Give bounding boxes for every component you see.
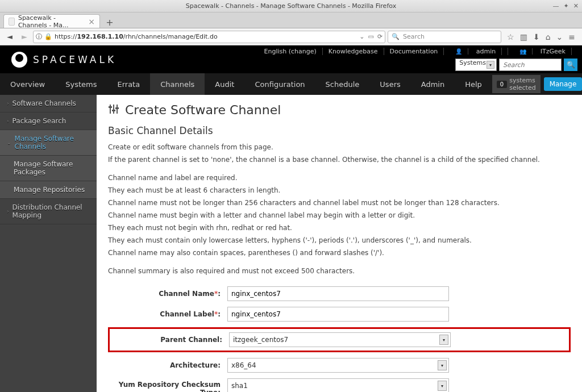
search-icon: 🔍 bbox=[567, 61, 575, 69]
nav-back-button[interactable]: ◄ bbox=[3, 31, 16, 43]
dropdown-history-icon[interactable]: ⌄ bbox=[359, 33, 364, 40]
tab-favicon-icon bbox=[9, 18, 15, 26]
chevron-down-icon: ▾ bbox=[439, 335, 448, 345]
header-search-input[interactable] bbox=[499, 59, 562, 71]
svg-rect-0 bbox=[110, 105, 111, 114]
channel-name-input[interactable] bbox=[227, 286, 449, 301]
header-top-links: English (change) Knowledgebase Documenta… bbox=[259, 48, 577, 55]
app-logo[interactable]: SPACEWALK bbox=[0, 52, 117, 68]
reload-icon[interactable]: ⟳ bbox=[377, 33, 383, 40]
org-icon: 👥 bbox=[514, 48, 533, 55]
app-header: SPACEWALK English (change) Knowledgebase… bbox=[0, 45, 582, 73]
checksum-value: sha1 bbox=[231, 382, 248, 390]
tab-close-icon[interactable]: × bbox=[88, 18, 95, 26]
logo-text: SPACEWALK bbox=[33, 54, 117, 65]
main-nav: Overview Systems Errata Channels Audit C… bbox=[0, 73, 582, 95]
nav-forward-button: ► bbox=[18, 31, 31, 43]
pocket-icon[interactable]: ⌄ bbox=[556, 32, 563, 41]
sidebar-item-manage-repositories[interactable]: Manage Repositories bbox=[0, 181, 97, 199]
parent-channel-value: itzgeek_centos7 bbox=[233, 336, 288, 344]
home-icon[interactable]: ⌂ bbox=[546, 32, 551, 41]
row-parent-channel: Parent Channel: itzgeek_centos7 ▾ bbox=[108, 327, 571, 352]
sidebar-item-manage-software-packages[interactable]: Manage Software Packages bbox=[0, 156, 97, 181]
new-tab-button[interactable]: + bbox=[103, 16, 116, 28]
systems-selected-count: 0 bbox=[497, 81, 507, 88]
os-window-title: Spacewalk - Channels - Manage Software C… bbox=[186, 2, 396, 10]
row-checksum: Yum Repository Checksum Type: sha1 ▾ Tip… bbox=[108, 378, 571, 392]
chevron-right-icon: › bbox=[7, 118, 9, 124]
chevron-down-icon: ▾ bbox=[438, 381, 447, 391]
svg-rect-5 bbox=[115, 107, 119, 109]
browser-tabbar: Spacewalk - Channels - Ma... × + bbox=[0, 12, 582, 28]
checksum-select[interactable]: sha1 ▾ bbox=[227, 378, 449, 392]
search-scope-value: Systems bbox=[459, 59, 486, 66]
downloads-icon[interactable]: ⬇ bbox=[533, 32, 540, 41]
browser-tab[interactable]: Spacewalk - Channels - Ma... × bbox=[3, 14, 100, 28]
knowledgebase-link[interactable]: Knowledgebase bbox=[323, 48, 384, 55]
bookmark-star-icon[interactable]: ☆ bbox=[507, 32, 514, 41]
nav-channels[interactable]: Channels bbox=[150, 73, 205, 95]
url-bar[interactable]: ⓘ 🔒 https://192.168.1.10/rhn/channels/ma… bbox=[33, 31, 385, 43]
header-search-button[interactable]: 🔍 bbox=[564, 59, 577, 71]
search-icon: 🔍 bbox=[392, 33, 400, 40]
channel-label-input[interactable] bbox=[227, 307, 449, 322]
lock-icon: 🔒 bbox=[44, 33, 52, 40]
os-close-icon[interactable]: ✕ bbox=[573, 2, 579, 10]
bookmarks-menu-icon[interactable]: ▥ bbox=[520, 32, 527, 41]
hamburger-menu-icon[interactable]: ≡ bbox=[568, 32, 575, 41]
identity-icon[interactable]: ⓘ bbox=[36, 32, 42, 41]
chevron-right-icon: › bbox=[7, 208, 9, 214]
nav-schedule[interactable]: Schedule bbox=[315, 73, 370, 95]
architecture-select[interactable]: x86_64 ▾ bbox=[227, 358, 449, 373]
header-search-row: Systems ▾ 🔍 bbox=[455, 59, 577, 71]
chevron-down-icon: ▾ bbox=[438, 360, 447, 370]
documentation-link[interactable]: Documentation bbox=[384, 48, 444, 55]
row-channel-label: Channel Label*: bbox=[108, 307, 571, 322]
row-channel-name: Channel Name*: bbox=[108, 286, 571, 301]
user-link[interactable]: 👤 admin bbox=[444, 48, 508, 55]
section-heading: Basic Channel Details bbox=[108, 125, 571, 136]
os-maximize-icon[interactable]: ✦ bbox=[564, 2, 569, 10]
systems-selected-label: systems selected bbox=[509, 77, 535, 91]
nav-help[interactable]: Help bbox=[455, 73, 492, 95]
main-content: Create Software Channel Basic Channel De… bbox=[97, 95, 582, 392]
os-minimize-icon[interactable]: — bbox=[553, 2, 559, 10]
lang-link[interactable]: English (change) bbox=[259, 48, 323, 55]
page-root: SPACEWALK English (change) Knowledgebase… bbox=[0, 45, 582, 392]
browser-search-input[interactable]: 🔍 Search bbox=[388, 31, 501, 43]
nav-admin[interactable]: Admin bbox=[411, 73, 455, 95]
sidebar-item-package-search[interactable]: ›Package Search bbox=[0, 112, 97, 130]
nav-users[interactable]: Users bbox=[369, 73, 410, 95]
chevron-down-icon: ⌄ bbox=[7, 140, 11, 145]
nav-configuration[interactable]: Configuration bbox=[244, 73, 315, 95]
nav-overview[interactable]: Overview bbox=[0, 73, 55, 95]
url-text: https://192.168.1.10/rhn/channels/manage… bbox=[55, 33, 357, 40]
astronaut-icon bbox=[11, 52, 27, 68]
nav-errata[interactable]: Errata bbox=[107, 73, 150, 95]
search-placeholder: Search bbox=[403, 33, 425, 40]
chevron-down-icon: ▾ bbox=[487, 61, 494, 69]
nav-systems[interactable]: Systems bbox=[55, 73, 107, 95]
search-scope-select[interactable]: Systems ▾ bbox=[455, 59, 497, 71]
sliders-icon bbox=[108, 103, 119, 117]
svg-rect-3 bbox=[109, 106, 112, 108]
parent-channel-select[interactable]: itzgeek_centos7 ▾ bbox=[229, 332, 451, 347]
reader-mode-icon[interactable]: ▭ bbox=[368, 33, 373, 40]
chevron-right-icon: › bbox=[7, 101, 9, 106]
os-titlebar: Spacewalk - Channels - Manage Software C… bbox=[0, 0, 582, 12]
rules-text: Channel name and label are required. The… bbox=[108, 173, 571, 258]
sidebar-item-manage-software-channels[interactable]: ⌄Manage Software Channels bbox=[0, 130, 97, 156]
body-layout: ›Software Channels ›Package Search ⌄Mana… bbox=[0, 95, 582, 392]
org-link[interactable]: 👥 ITzGeek bbox=[508, 48, 577, 55]
sidebar-item-software-channels[interactable]: ›Software Channels bbox=[0, 95, 97, 112]
sidebar: ›Software Channels ›Package Search ⌄Mana… bbox=[0, 95, 97, 392]
page-title: Create Software Channel bbox=[108, 103, 571, 117]
architecture-value: x86_64 bbox=[231, 361, 256, 369]
nav-audit[interactable]: Audit bbox=[205, 73, 244, 95]
sidebar-item-distribution-channel-mapping[interactable]: ›Distribution Channel Mapping bbox=[0, 199, 97, 224]
browser-navbar: ◄ ► ⓘ 🔒 https://192.168.1.10/rhn/channel… bbox=[0, 28, 582, 45]
manage-button[interactable]: Manage bbox=[544, 77, 582, 91]
summary-rule-text: Channel summary is also required and mus… bbox=[108, 266, 571, 276]
systems-selected-badge[interactable]: 0 systems selected bbox=[492, 75, 541, 93]
intro-text: Create or edit software channels from th… bbox=[108, 142, 571, 165]
